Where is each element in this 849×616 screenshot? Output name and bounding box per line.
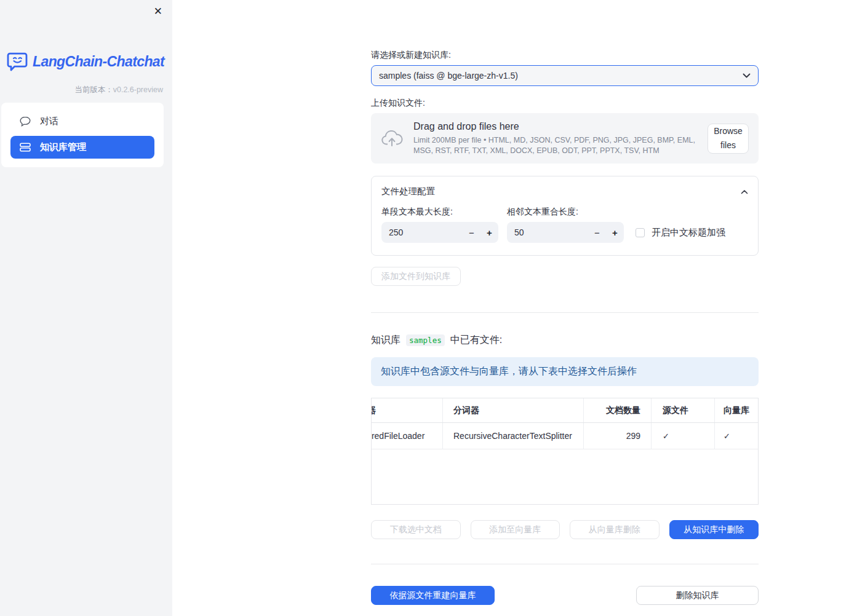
sidebar: ✕ LangChain-Chatchat 当前版本：v0.2.6-preview… <box>0 0 172 616</box>
chunk-size-label: 单段文本最大长度: <box>381 207 498 216</box>
overlap-size-increment-button[interactable]: + <box>606 227 624 238</box>
cloud-upload-icon <box>381 130 403 147</box>
zh-title-enhance-checkbox[interactable]: 开启中文标题加强 <box>636 222 725 243</box>
cell-vector-store-check: ✓ <box>715 423 758 449</box>
delete-from-vector-store-button[interactable]: 从向量库删除 <box>570 520 660 539</box>
sidebar-item-label: 对话 <box>40 116 58 127</box>
column-header-source-file[interactable]: 源文件 <box>652 398 715 422</box>
kb-select-label: 请选择或新建知识库: <box>371 50 759 60</box>
overlap-size-label: 相邻文本重合长度: <box>507 207 624 216</box>
add-to-vector-store-button[interactable]: 添加至向量库 <box>471 520 560 539</box>
version-text: 当前版本：v0.2.6-preview <box>74 85 163 95</box>
overlap-size-value: 50 <box>514 227 588 237</box>
kb-files-table[interactable]: 文档加载器 分词器 文档数量 源文件 向量库 UnstructuredFileL… <box>371 398 759 505</box>
expander-title: 文件处理配置 <box>381 186 435 197</box>
kb-select-value: samples (faiss @ bge-large-zh-v1.5) <box>379 71 743 81</box>
browse-files-button[interactable]: Browse files <box>708 124 749 154</box>
dropzone-instructions: Drag and drop files here Limit 200MB per… <box>413 121 708 156</box>
chevron-down-icon <box>743 73 751 78</box>
file-dropzone[interactable]: Drag and drop files here Limit 200MB per… <box>371 113 759 164</box>
kb-name-code: samples <box>406 334 445 346</box>
divider <box>371 312 759 313</box>
column-header-loader[interactable]: 文档加载器 <box>372 398 443 422</box>
kb-select[interactable]: samples (faiss @ bge-large-zh-v1.5) <box>371 65 759 86</box>
chunk-size-increment-button[interactable]: + <box>480 227 498 238</box>
upload-label: 上传知识文件: <box>371 98 759 108</box>
chunk-size-input[interactable]: 250 − + <box>381 222 498 243</box>
knowledge-base-icon <box>20 142 31 152</box>
kb-files-heading: 知识库 samples 中已有文件: <box>371 334 759 347</box>
sidebar-item-knowledge-base[interactable]: 知识库管理 <box>10 136 154 159</box>
app-title: LangChain-Chatchat <box>33 53 164 70</box>
sidebar-nav: 对话 知识库管理 <box>1 103 164 167</box>
cell-source-file-check: ✓ <box>652 423 715 449</box>
chunk-size-decrement-button[interactable]: − <box>463 227 480 238</box>
info-banner-text: 知识库中包含源文件与向量库，请从下表中选择文件后操作 <box>381 365 637 378</box>
cell-splitter: RecursiveCharacterTextSplitter <box>443 423 584 449</box>
zh-title-enhance-label: 开启中文标题加强 <box>652 227 725 239</box>
delete-from-kb-button[interactable]: 从知识库中删除 <box>669 520 759 539</box>
chevron-up-icon <box>741 189 748 194</box>
table-row[interactable]: UnstructuredFileLoader RecursiveCharacte… <box>372 423 758 449</box>
app-logo: LangChain-Chatchat <box>7 52 164 71</box>
overlap-size-input[interactable]: 50 − + <box>507 222 624 243</box>
chunk-size-value: 250 <box>389 227 463 237</box>
column-header-splitter[interactable]: 分词器 <box>443 398 584 422</box>
add-files-to-kb-button[interactable]: 添加文件到知识库 <box>371 267 461 286</box>
divider <box>371 564 759 564</box>
file-config-expander: 文件处理配置 单段文本最大长度: 250 − + 相邻文本重合长度: 50 − … <box>371 176 759 256</box>
delete-kb-database-button[interactable]: 删除知识库 <box>636 586 759 605</box>
file-action-buttons: 下载选中文档 添加至向量库 从向量库删除 从知识库中删除 <box>371 520 759 539</box>
table-header-row: 文档加载器 分词器 文档数量 源文件 向量库 <box>372 398 758 423</box>
column-header-vector-store[interactable]: 向量库 <box>715 398 758 422</box>
dropzone-title: Drag and drop files here <box>413 121 708 132</box>
chat-bubble-logo-icon <box>7 52 28 71</box>
cell-loader: UnstructuredFileLoader <box>372 423 443 449</box>
download-selected-button[interactable]: 下载选中文档 <box>371 520 461 539</box>
kb-management-buttons: 依据源文件重建向量库 删除知识库 <box>371 586 759 605</box>
column-header-doc-count[interactable]: 文档数量 <box>584 398 652 422</box>
main-content: 请选择或新建知识库: samples (faiss @ bge-large-zh… <box>371 0 759 605</box>
kb-files-suffix: 中已有文件: <box>450 334 502 347</box>
overlap-size-decrement-button[interactable]: − <box>588 227 606 238</box>
kb-files-prefix: 知识库 <box>371 334 401 347</box>
cell-doc-count: 299 <box>584 423 652 449</box>
sidebar-item-label: 知识库管理 <box>40 141 86 153</box>
expander-header[interactable]: 文件处理配置 <box>381 186 748 197</box>
rebuild-vector-store-button[interactable]: 依据源文件重建向量库 <box>371 586 495 605</box>
sidebar-close-icon[interactable]: ✕ <box>151 4 165 19</box>
info-banner: 知识库中包含源文件与向量库，请从下表中选择文件后操作 <box>371 357 759 386</box>
dropzone-limit-text: Limit 200MB per file • HTML, MD, JSON, C… <box>413 135 708 156</box>
sidebar-item-chat[interactable]: 对话 <box>10 111 154 132</box>
checkbox-icon <box>636 228 645 237</box>
chat-icon <box>20 116 31 127</box>
